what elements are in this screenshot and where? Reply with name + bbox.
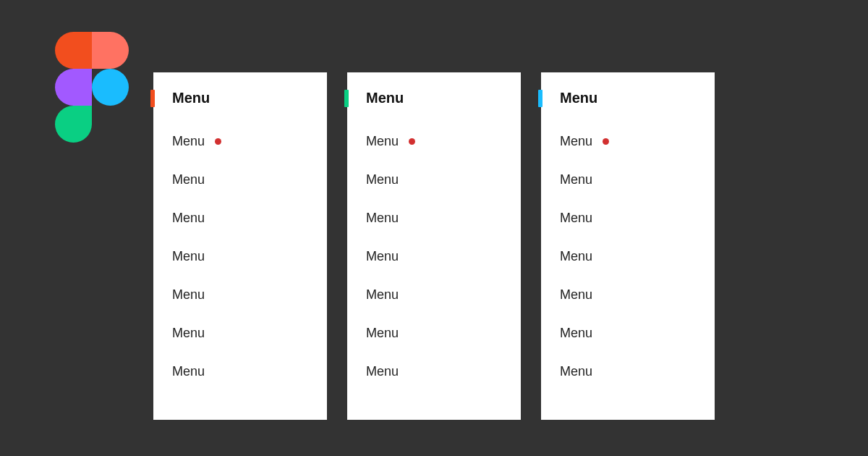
menu-item-label: Menu bbox=[366, 249, 399, 264]
menu-item-label: Menu bbox=[366, 287, 399, 303]
menu-item-label: Menu bbox=[366, 172, 399, 187]
menu-item[interactable]: Menu bbox=[347, 161, 521, 199]
panel-title: Menu bbox=[172, 90, 210, 106]
menu-item-label: Menu bbox=[172, 249, 205, 264]
menu-item-label: Menu bbox=[172, 211, 205, 226]
menu-item-label: Menu bbox=[560, 172, 592, 187]
menu-item-label: Menu bbox=[366, 326, 399, 341]
panel-title: Menu bbox=[366, 90, 404, 106]
figma-logo-segment bbox=[55, 69, 92, 106]
menu-item[interactable]: Menu bbox=[153, 314, 327, 352]
menu-panel-2: Menu MenuMenuMenuMenuMenuMenuMenu bbox=[347, 72, 521, 420]
menu-item-label: Menu bbox=[172, 172, 205, 187]
figma-logo-segment bbox=[92, 69, 129, 106]
accent-bar bbox=[344, 90, 349, 107]
menu-item[interactable]: Menu bbox=[347, 122, 521, 161]
figma-logo-icon bbox=[55, 32, 129, 143]
figma-logo-segment bbox=[55, 106, 92, 143]
panel-header: Menu bbox=[153, 72, 327, 119]
menu-item[interactable]: Menu bbox=[153, 237, 327, 276]
menu-item[interactable]: Menu bbox=[153, 352, 327, 391]
menu-item-label: Menu bbox=[172, 134, 205, 149]
menu-item-label: Menu bbox=[560, 287, 592, 303]
menu-item[interactable]: Menu bbox=[153, 161, 327, 199]
menu-item[interactable]: Menu bbox=[153, 199, 327, 237]
menu-item[interactable]: Menu bbox=[541, 161, 715, 199]
menu-list: MenuMenuMenuMenuMenuMenuMenu bbox=[541, 119, 715, 391]
menu-item-label: Menu bbox=[560, 249, 592, 264]
menu-item-label: Menu bbox=[366, 211, 399, 226]
accent-bar bbox=[150, 90, 155, 107]
menu-item[interactable]: Menu bbox=[541, 122, 715, 161]
menu-item[interactable]: Menu bbox=[153, 276, 327, 314]
panels-row: Menu MenuMenuMenuMenuMenuMenuMenu Menu M… bbox=[153, 72, 715, 420]
menu-item-label: Menu bbox=[366, 134, 399, 149]
menu-item[interactable]: Menu bbox=[347, 237, 521, 276]
menu-item-label: Menu bbox=[560, 134, 592, 149]
menu-item-label: Menu bbox=[172, 287, 205, 303]
figma-logo-segment bbox=[92, 32, 129, 69]
menu-item[interactable]: Menu bbox=[541, 199, 715, 237]
menu-item-label: Menu bbox=[560, 211, 592, 226]
notification-dot-icon bbox=[603, 138, 609, 145]
notification-dot-icon bbox=[409, 138, 415, 145]
panel-title: Menu bbox=[560, 90, 597, 106]
menu-item[interactable]: Menu bbox=[541, 237, 715, 276]
menu-panel-1: Menu MenuMenuMenuMenuMenuMenuMenu bbox=[153, 72, 327, 420]
menu-list: MenuMenuMenuMenuMenuMenuMenu bbox=[153, 119, 327, 391]
menu-item[interactable]: Menu bbox=[347, 352, 521, 391]
menu-item[interactable]: Menu bbox=[347, 276, 521, 314]
menu-item[interactable]: Menu bbox=[347, 314, 521, 352]
menu-list: MenuMenuMenuMenuMenuMenuMenu bbox=[347, 119, 521, 391]
menu-item-label: Menu bbox=[560, 326, 592, 341]
panel-header: Menu bbox=[541, 72, 715, 119]
menu-panel-3: Menu MenuMenuMenuMenuMenuMenuMenu bbox=[541, 72, 715, 420]
menu-item-label: Menu bbox=[560, 364, 592, 379]
accent-bar bbox=[538, 90, 542, 107]
menu-item-label: Menu bbox=[172, 364, 205, 379]
menu-item[interactable]: Menu bbox=[347, 199, 521, 237]
menu-item[interactable]: Menu bbox=[541, 352, 715, 391]
menu-item-label: Menu bbox=[366, 364, 399, 379]
menu-item-label: Menu bbox=[172, 326, 205, 341]
menu-item[interactable]: Menu bbox=[541, 314, 715, 352]
figma-logo-segment bbox=[55, 32, 92, 69]
menu-item[interactable]: Menu bbox=[541, 276, 715, 314]
notification-dot-icon bbox=[215, 138, 221, 145]
panel-header: Menu bbox=[347, 72, 521, 119]
menu-item[interactable]: Menu bbox=[153, 122, 327, 161]
